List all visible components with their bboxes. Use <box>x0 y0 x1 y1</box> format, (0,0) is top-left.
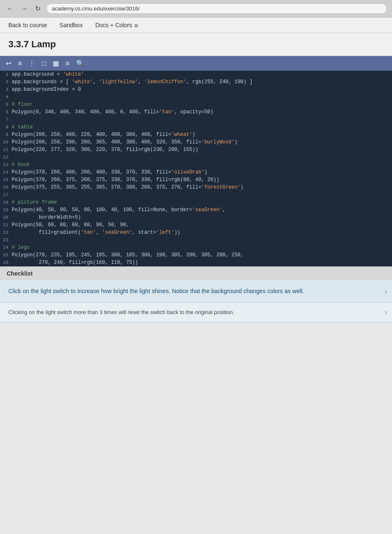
checklist-item-1-text: Click on the light switch to increase ho… <box>8 288 304 294</box>
checklist-item-1[interactable]: Click on the light switch to increase ho… <box>0 280 392 303</box>
code-line-12: 12 <box>0 153 392 161</box>
checklist-item-2-text: Clicking on the light switch more than 3… <box>8 309 234 315</box>
code-line-23: 23 <box>0 236 392 244</box>
code-line-14: 14 Polygon(370, 260, 400, 260, 400, 330,… <box>0 169 392 176</box>
sandbox-link[interactable]: Sandbox <box>60 22 83 28</box>
code-line-20: 20 borderWidth=5) <box>0 214 392 221</box>
browser-bar: ← → ↻ academy.cs.cmu.edu/exercise/3016/ <box>0 0 392 18</box>
back-button[interactable]: ← <box>5 4 15 13</box>
code-line-21: 21 Polygon(50, 60, 80, 60, 80, 90, 50, 9… <box>0 221 392 229</box>
address-bar[interactable]: academy.cs.cmu.edu/exercise/3016/ <box>46 3 387 14</box>
checklist-item-2[interactable]: Clicking on the light switch more than 3… <box>0 303 392 322</box>
code-line-1: 1 app.background = 'white' <box>0 71 392 78</box>
page-title: 3.3.7 Lamp <box>8 39 384 50</box>
back-to-course-link[interactable]: Back to course <box>8 22 47 28</box>
code-line-6: 6 Polygon(0, 340, 400, 340, 400, 400, 0,… <box>0 108 392 116</box>
code-editor[interactable]: 1 app.background = 'white' 2 app.backgro… <box>0 71 392 266</box>
list-icon[interactable]: ≡ <box>64 59 71 68</box>
code-line-8: 8 # table <box>0 123 392 131</box>
code-line-9: 9 Polygon(200, 250, 400, 220, 400, 400, … <box>0 131 392 138</box>
checklist-area: Click on the light switch to increase ho… <box>0 280 392 322</box>
code-line-26: 26 270, 240, fill=rgb(160, 110, 75)) <box>0 259 392 266</box>
code-line-13: 13 # book <box>0 161 392 169</box>
page-title-bar: 3.3.7 Lamp <box>0 33 392 56</box>
checklist-header: Checklist <box>0 266 392 280</box>
code-line-7: 7 <box>0 116 392 123</box>
checklist-item-1-arrow[interactable]: › <box>384 286 387 297</box>
external-link-icon: ⧉ <box>135 23 138 28</box>
indent-icon[interactable]: ⋮ <box>27 59 37 68</box>
top-nav: Back to course Sandbox Docs + Colors ⧉ <box>0 18 392 33</box>
code-line-22: 22 fill=gradient('tan', 'seaGreen', star… <box>0 229 392 236</box>
refresh-button[interactable]: ↻ <box>33 4 42 13</box>
code-line-25: 25 Polygon(270, 235, 195, 245, 195, 300,… <box>0 251 392 259</box>
code-line-2: 2 app.backgrounds = [ 'white', 'lightYel… <box>0 78 392 86</box>
editor-toolbar: ↩ ≡ ⋮ □ ▦ ≡ 🔍 <box>0 56 392 71</box>
box-icon[interactable]: □ <box>40 59 48 68</box>
code-line-18: 18 # picture frame <box>0 199 392 206</box>
code-line-10: 10 Polygon(200, 250, 200, 260, 365, 400,… <box>0 138 392 146</box>
code-line-4: 4 <box>0 93 392 101</box>
search-icon[interactable]: 🔍 <box>74 59 86 68</box>
checklist-item-2-arrow[interactable]: › <box>384 307 387 318</box>
forward-button[interactable]: → <box>19 4 29 13</box>
code-line-5: 5 # floor <box>0 101 392 108</box>
code-line-15: 15 Polygon(370, 260, 375, 260, 375, 330,… <box>0 176 392 184</box>
code-line-11: 11 Polygon(220, 277, 320, 360, 220, 370,… <box>0 146 392 153</box>
code-line-17: 17 <box>0 191 392 199</box>
code-line-16: 16 Polygon(375, 255, 385, 255, 385, 270,… <box>0 184 392 191</box>
grid-icon[interactable]: ▦ <box>51 59 61 68</box>
format-icon[interactable]: ≡ <box>16 59 23 68</box>
code-line-19: 19 Polygon(40, 50, 90, 50, 90, 100, 40, … <box>0 206 392 214</box>
code-line-24: 24 # legs <box>0 244 392 251</box>
undo-icon[interactable]: ↩ <box>4 59 13 68</box>
docs-colors-link[interactable]: Docs + Colors ⧉ <box>95 22 138 28</box>
code-line-3: 3 app.backgroundIndex = 0 <box>0 86 392 93</box>
